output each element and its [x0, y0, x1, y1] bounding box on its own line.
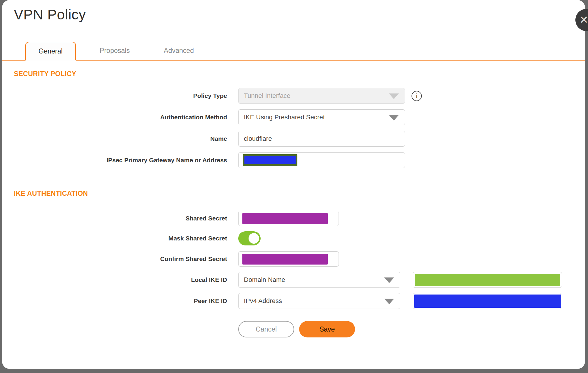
mask-shared-secret-toggle[interactable] — [238, 231, 261, 245]
local-ike-id-input[interactable] — [413, 272, 562, 288]
peer-ike-id-row: Peer IKE ID IPv4 Address — [14, 293, 573, 309]
policy-type-select: Tunnel Interface — [238, 88, 405, 104]
name-value: cloudflare — [244, 135, 272, 143]
local-ike-id-row: Local IKE ID Domain Name — [14, 272, 573, 288]
name-label: Name — [14, 135, 227, 142]
chevron-down-icon — [389, 93, 399, 99]
ipsec-gateway-input[interactable] — [238, 152, 405, 168]
cancel-button[interactable]: Cancel — [238, 321, 294, 337]
name-row: Name cloudflare — [14, 131, 573, 147]
confirm-shared-secret-label: Confirm Shared Secret — [14, 255, 227, 262]
policy-type-row: Policy Type Tunnel Interface i — [14, 88, 573, 104]
shared-secret-row: Shared Secret — [14, 211, 573, 226]
local-ike-id-type-value: Domain Name — [244, 276, 285, 284]
confirm-shared-secret-row: Confirm Shared Secret — [14, 251, 573, 267]
mask-shared-secret-row: Mask Shared Secret — [14, 231, 573, 245]
peer-ike-id-label: Peer IKE ID — [14, 297, 227, 305]
redacted-peer-ike-id-value — [414, 295, 561, 308]
tab-advanced[interactable]: Advanced — [154, 41, 204, 60]
shared-secret-input[interactable] — [238, 211, 339, 226]
policy-type-value: Tunnel Interface — [244, 92, 290, 100]
authentication-method-label: Authentication Method — [14, 114, 227, 121]
redacted-local-ike-id-value — [415, 274, 560, 286]
name-input[interactable]: cloudflare — [238, 131, 405, 147]
redacted-confirm-shared-secret-value — [242, 254, 328, 265]
vpn-policy-dialog: VPN Policy General Proposals Advanced SE… — [2, 0, 585, 369]
authentication-method-row: Authentication Method IKE Using Preshare… — [14, 109, 573, 125]
save-button[interactable]: Save — [299, 321, 355, 337]
tab-proposals[interactable]: Proposals — [89, 41, 140, 60]
tab-general[interactable]: General — [25, 42, 76, 61]
page-title: VPN Policy — [14, 6, 585, 24]
authentication-method-value: IKE Using Preshared Secret — [244, 113, 325, 121]
local-ike-id-select[interactable]: Domain Name — [238, 272, 400, 288]
confirm-shared-secret-input[interactable] — [238, 251, 339, 267]
policy-type-label: Policy Type — [14, 92, 227, 99]
shared-secret-label: Shared Secret — [14, 215, 227, 222]
ipsec-gateway-row: IPsec Primary Gateway Name or Address — [14, 152, 573, 168]
tab-bar: General Proposals Advanced — [2, 41, 585, 61]
toggle-knob — [249, 233, 259, 244]
redacted-shared-secret-value — [242, 213, 328, 224]
action-buttons: Cancel Save — [238, 321, 573, 337]
ipsec-gateway-label: IPsec Primary Gateway Name or Address — [14, 157, 227, 164]
chevron-down-icon — [384, 299, 394, 304]
mask-shared-secret-label: Mask Shared Secret — [14, 235, 227, 242]
authentication-method-select[interactable]: IKE Using Preshared Secret — [238, 109, 405, 125]
redacted-gateway-value — [243, 154, 297, 166]
chevron-down-icon — [389, 115, 399, 121]
security-policy-heading: SECURITY POLICY — [14, 70, 573, 78]
local-ike-id-label: Local IKE ID — [14, 276, 227, 283]
info-icon[interactable]: i — [412, 91, 422, 101]
peer-ike-id-select[interactable]: IPv4 Address — [238, 293, 400, 309]
ike-authentication-heading: IKE AUTHENTICATION — [14, 189, 573, 198]
peer-ike-id-type-value: IPv4 Address — [244, 297, 282, 305]
chevron-down-icon — [384, 277, 394, 283]
peer-ike-id-input[interactable] — [413, 293, 562, 309]
